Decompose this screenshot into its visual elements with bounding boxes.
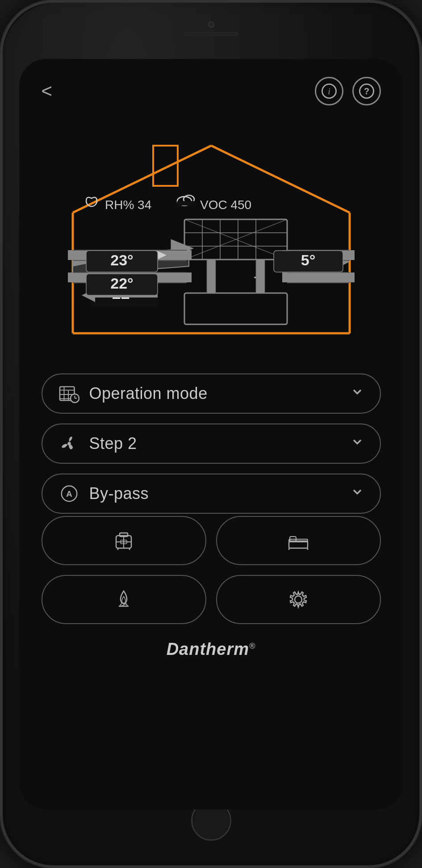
svg-text:VOC 450: VOC 450 [200,198,251,212]
sleep-button[interactable] [216,516,381,565]
back-button[interactable]: < [42,82,53,101]
svg-text:RH% 34: RH% 34 [105,198,151,212]
travel-button[interactable] [42,516,206,565]
bypass-chevron [350,485,364,502]
fan-step-dropdown[interactable]: Step 2 [42,424,381,464]
house-illustration: RH% 34 VOC 450 [37,119,385,351]
svg-text:A: A [66,489,72,498]
screen: < i ? [19,59,403,809]
sleep-icon [286,528,310,553]
help-icon: ? [359,84,374,99]
bypass-label: By-pass [89,484,341,503]
bypass-dropdown[interactable]: A By-pass [42,474,381,514]
fan-step-label: Step 2 [89,434,341,453]
phone-frame: < i ? [0,0,422,868]
svg-text:5°: 5° [301,252,315,268]
operation-mode-chevron [350,385,364,402]
header: < i ? [19,59,403,114]
luggage-icon [112,528,136,553]
brand-label: Dantherm® [167,640,256,659]
quick-buttons-grid [42,516,381,624]
fan-icon [58,432,80,455]
help-button[interactable]: ? [352,77,381,105]
fireplace-button[interactable] [42,575,206,624]
svg-point-83 [295,596,302,603]
camera [208,21,214,28]
svg-text:23°: 23° [110,252,133,268]
svg-text:22°: 22° [110,275,133,292]
operation-mode-dropdown[interactable]: Operation mode [42,373,381,414]
info-icon: i [322,84,337,99]
svg-text:?: ? [364,86,369,96]
house-svg: RH% 34 VOC 450 [37,119,385,351]
fireplace-icon [112,587,136,612]
operation-mode-label: Operation mode [89,384,341,403]
svg-text:i: i [328,87,330,96]
phone-top-bar [184,21,238,36]
info-button[interactable]: i [315,77,343,105]
fan-step-chevron [350,435,364,452]
svg-rect-52 [184,293,287,324]
operation-mode-icon [58,382,80,405]
settings-button[interactable] [216,575,381,624]
settings-icon [286,587,310,612]
controls-section: Operation mode Step 2 [42,373,381,514]
bypass-icon: A [58,482,80,505]
speaker [184,32,238,36]
svg-rect-4 [153,146,178,186]
svg-rect-13 [177,201,194,205]
header-right: i ? [315,77,381,105]
